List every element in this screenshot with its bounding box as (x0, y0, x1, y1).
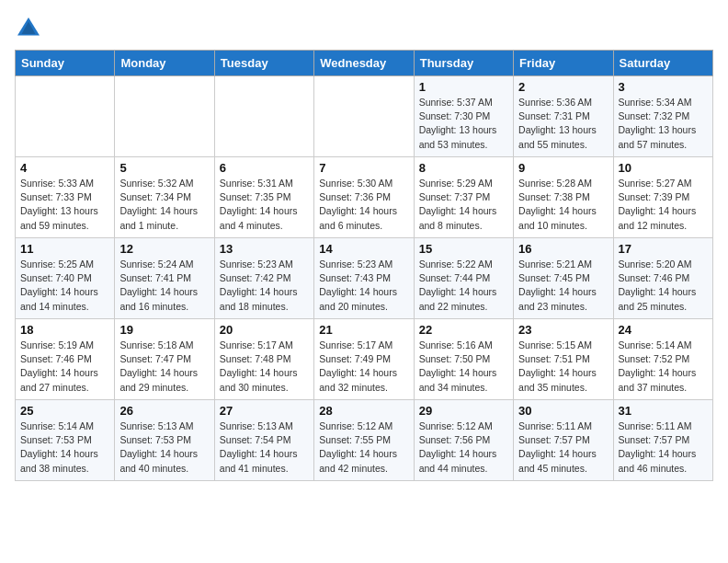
day-cell: 26Sunrise: 5:13 AM Sunset: 7:53 PM Dayli… (115, 400, 214, 481)
day-number: 5 (119, 161, 209, 175)
page-header (15, 15, 713, 42)
day-info: Sunrise: 5:37 AM Sunset: 7:30 PM Dayligh… (419, 96, 508, 152)
calendar-body: 1Sunrise: 5:37 AM Sunset: 7:30 PM Daylig… (16, 76, 713, 481)
day-info: Sunrise: 5:17 AM Sunset: 7:49 PM Dayligh… (319, 339, 408, 395)
day-info: Sunrise: 5:28 AM Sunset: 7:38 PM Dayligh… (518, 177, 608, 233)
day-number: 1 (419, 80, 508, 94)
day-cell: 19Sunrise: 5:18 AM Sunset: 7:47 PM Dayli… (115, 319, 214, 400)
day-info: Sunrise: 5:24 AM Sunset: 7:41 PM Dayligh… (119, 258, 209, 314)
header-cell-sunday: Sunday (16, 51, 115, 76)
day-number: 8 (419, 161, 508, 175)
day-number: 23 (518, 323, 608, 337)
day-number: 13 (220, 242, 309, 256)
day-cell: 28Sunrise: 5:12 AM Sunset: 7:55 PM Dayli… (314, 400, 414, 481)
day-cell: 9Sunrise: 5:28 AM Sunset: 7:38 PM Daylig… (514, 157, 613, 238)
day-number: 29 (419, 404, 508, 418)
day-cell: 3Sunrise: 5:34 AM Sunset: 7:32 PM Daylig… (613, 76, 712, 157)
day-cell: 10Sunrise: 5:27 AM Sunset: 7:39 PM Dayli… (613, 157, 712, 238)
day-cell: 25Sunrise: 5:14 AM Sunset: 7:53 PM Dayli… (16, 400, 115, 481)
day-number: 16 (518, 242, 608, 256)
day-cell: 6Sunrise: 5:31 AM Sunset: 7:35 PM Daylig… (214, 157, 313, 238)
day-info: Sunrise: 5:27 AM Sunset: 7:39 PM Dayligh… (619, 177, 708, 233)
header-cell-tuesday: Tuesday (214, 51, 313, 76)
day-number: 31 (619, 404, 708, 418)
day-cell: 12Sunrise: 5:24 AM Sunset: 7:41 PM Dayli… (115, 238, 214, 319)
day-number: 21 (319, 323, 408, 337)
day-info: Sunrise: 5:21 AM Sunset: 7:45 PM Dayligh… (518, 258, 608, 314)
day-cell: 14Sunrise: 5:23 AM Sunset: 7:43 PM Dayli… (314, 238, 414, 319)
day-info: Sunrise: 5:23 AM Sunset: 7:42 PM Dayligh… (220, 258, 309, 314)
day-info: Sunrise: 5:14 AM Sunset: 7:52 PM Dayligh… (619, 339, 708, 395)
week-row-4: 18Sunrise: 5:19 AM Sunset: 7:46 PM Dayli… (16, 319, 713, 400)
day-cell: 31Sunrise: 5:11 AM Sunset: 7:57 PM Dayli… (613, 400, 712, 481)
day-number: 22 (419, 323, 508, 337)
day-cell: 15Sunrise: 5:22 AM Sunset: 7:44 PM Dayli… (414, 238, 513, 319)
day-info: Sunrise: 5:14 AM Sunset: 7:53 PM Dayligh… (20, 419, 109, 476)
week-row-1: 1Sunrise: 5:37 AM Sunset: 7:30 PM Daylig… (16, 76, 713, 157)
day-cell: 11Sunrise: 5:25 AM Sunset: 7:40 PM Dayli… (16, 238, 115, 319)
day-number: 27 (220, 404, 309, 418)
day-cell: 18Sunrise: 5:19 AM Sunset: 7:46 PM Dayli… (16, 319, 115, 400)
day-number: 12 (119, 242, 209, 256)
day-cell: 29Sunrise: 5:12 AM Sunset: 7:56 PM Dayli… (414, 400, 513, 481)
day-cell: 5Sunrise: 5:32 AM Sunset: 7:34 PM Daylig… (115, 157, 214, 238)
day-info: Sunrise: 5:17 AM Sunset: 7:48 PM Dayligh… (220, 339, 309, 395)
day-info: Sunrise: 5:31 AM Sunset: 7:35 PM Dayligh… (220, 177, 309, 233)
week-row-3: 11Sunrise: 5:25 AM Sunset: 7:40 PM Dayli… (16, 238, 713, 319)
header-cell-monday: Monday (115, 51, 214, 76)
day-info: Sunrise: 5:36 AM Sunset: 7:31 PM Dayligh… (518, 96, 608, 152)
day-info: Sunrise: 5:11 AM Sunset: 7:57 PM Dayligh… (619, 419, 708, 476)
day-number: 15 (419, 242, 508, 256)
day-cell (214, 76, 313, 157)
day-cell: 24Sunrise: 5:14 AM Sunset: 7:52 PM Dayli… (613, 319, 712, 400)
day-number: 18 (20, 323, 109, 337)
day-number: 6 (220, 161, 309, 175)
day-cell: 21Sunrise: 5:17 AM Sunset: 7:49 PM Dayli… (314, 319, 414, 400)
day-cell: 23Sunrise: 5:15 AM Sunset: 7:51 PM Dayli… (514, 319, 613, 400)
day-cell: 22Sunrise: 5:16 AM Sunset: 7:50 PM Dayli… (414, 319, 513, 400)
day-info: Sunrise: 5:30 AM Sunset: 7:36 PM Dayligh… (319, 177, 408, 233)
calendar-header: SundayMondayTuesdayWednesdayThursdayFrid… (16, 51, 713, 76)
day-number: 30 (518, 404, 608, 418)
day-cell: 20Sunrise: 5:17 AM Sunset: 7:48 PM Dayli… (214, 319, 313, 400)
header-cell-wednesday: Wednesday (314, 51, 414, 76)
day-cell: 7Sunrise: 5:30 AM Sunset: 7:36 PM Daylig… (314, 157, 414, 238)
day-number: 10 (619, 161, 708, 175)
day-cell (314, 76, 414, 157)
day-info: Sunrise: 5:16 AM Sunset: 7:50 PM Dayligh… (419, 339, 508, 395)
logo (15, 15, 46, 42)
day-cell: 30Sunrise: 5:11 AM Sunset: 7:57 PM Dayli… (514, 400, 613, 481)
day-info: Sunrise: 5:22 AM Sunset: 7:44 PM Dayligh… (419, 258, 508, 314)
day-number: 26 (119, 404, 209, 418)
day-info: Sunrise: 5:15 AM Sunset: 7:51 PM Dayligh… (518, 339, 608, 395)
day-cell: 16Sunrise: 5:21 AM Sunset: 7:45 PM Dayli… (514, 238, 613, 319)
calendar-table: SundayMondayTuesdayWednesdayThursdayFrid… (15, 50, 713, 481)
day-info: Sunrise: 5:11 AM Sunset: 7:57 PM Dayligh… (518, 419, 608, 476)
day-info: Sunrise: 5:25 AM Sunset: 7:40 PM Dayligh… (20, 258, 109, 314)
day-number: 7 (319, 161, 408, 175)
day-cell: 4Sunrise: 5:33 AM Sunset: 7:33 PM Daylig… (16, 157, 115, 238)
header-row: SundayMondayTuesdayWednesdayThursdayFrid… (16, 51, 713, 76)
day-number: 17 (619, 242, 708, 256)
day-number: 4 (20, 161, 109, 175)
day-cell: 2Sunrise: 5:36 AM Sunset: 7:31 PM Daylig… (514, 76, 613, 157)
day-number: 9 (518, 161, 608, 175)
day-info: Sunrise: 5:19 AM Sunset: 7:46 PM Dayligh… (20, 339, 109, 395)
day-info: Sunrise: 5:13 AM Sunset: 7:54 PM Dayligh… (220, 419, 309, 476)
day-info: Sunrise: 5:29 AM Sunset: 7:37 PM Dayligh… (419, 177, 508, 233)
day-cell: 8Sunrise: 5:29 AM Sunset: 7:37 PM Daylig… (414, 157, 513, 238)
day-cell: 13Sunrise: 5:23 AM Sunset: 7:42 PM Dayli… (214, 238, 313, 319)
day-number: 19 (119, 323, 209, 337)
day-number: 14 (319, 242, 408, 256)
day-number: 3 (619, 80, 708, 94)
day-info: Sunrise: 5:20 AM Sunset: 7:46 PM Dayligh… (619, 258, 708, 314)
day-number: 20 (220, 323, 309, 337)
day-info: Sunrise: 5:23 AM Sunset: 7:43 PM Dayligh… (319, 258, 408, 314)
day-cell (115, 76, 214, 157)
day-number: 11 (20, 242, 109, 256)
day-info: Sunrise: 5:12 AM Sunset: 7:56 PM Dayligh… (419, 419, 508, 476)
logo-icon (15, 15, 42, 42)
day-info: Sunrise: 5:12 AM Sunset: 7:55 PM Dayligh… (319, 419, 408, 476)
week-row-2: 4Sunrise: 5:33 AM Sunset: 7:33 PM Daylig… (16, 157, 713, 238)
day-cell: 27Sunrise: 5:13 AM Sunset: 7:54 PM Dayli… (214, 400, 313, 481)
